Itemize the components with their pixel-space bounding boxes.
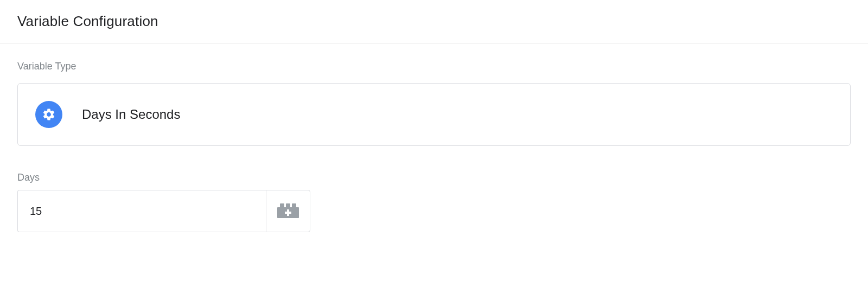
brick-plus-icon: [276, 202, 301, 221]
days-input-row: [17, 190, 310, 232]
variable-type-name: Days In Seconds: [82, 107, 180, 122]
svg-rect-2: [286, 203, 290, 207]
variable-type-card[interactable]: Days In Seconds: [17, 83, 851, 146]
config-header: Variable Configuration: [0, 0, 868, 43]
variable-type-label: Variable Type: [17, 61, 851, 72]
svg-rect-3: [292, 203, 296, 207]
days-field-group: Days: [17, 172, 851, 232]
insert-variable-button[interactable]: [266, 190, 310, 232]
days-input[interactable]: [17, 190, 266, 232]
gear-icon: [35, 101, 62, 128]
svg-rect-1: [280, 203, 284, 207]
days-label: Days: [17, 172, 851, 183]
config-content: Variable Type Days In Seconds Days: [0, 43, 868, 250]
svg-rect-5: [285, 212, 291, 214]
page-title: Variable Configuration: [17, 13, 851, 30]
